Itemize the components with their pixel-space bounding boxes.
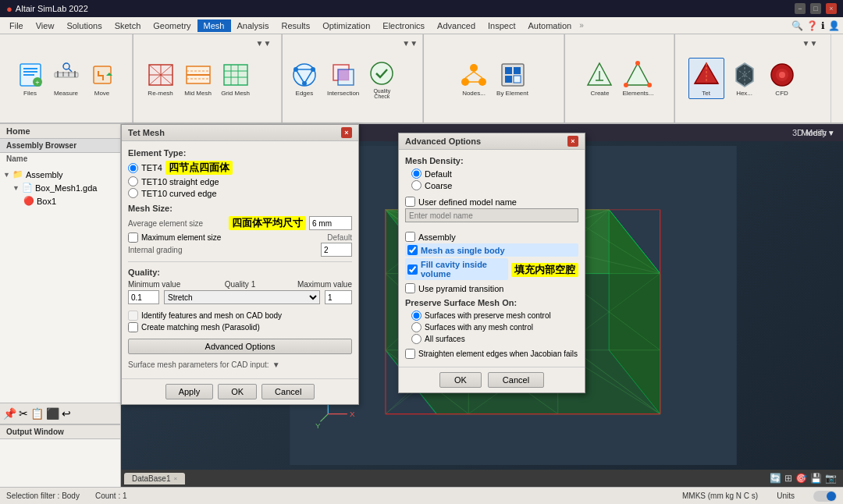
mesh3d-label[interactable]: 3D Mesh ▾ bbox=[792, 128, 834, 138]
move-btn[interactable]: Move bbox=[85, 59, 119, 98]
tet-btn[interactable]: Tet bbox=[688, 58, 724, 99]
avg-element-input[interactable] bbox=[309, 216, 352, 230]
create-btn[interactable]: Create bbox=[582, 59, 617, 98]
cfd-btn[interactable]: CFD bbox=[765, 59, 799, 98]
bt-icon1[interactable]: 📌 bbox=[3, 407, 16, 420]
tet-dialog-titlebar[interactable]: Tet Mesh × bbox=[122, 125, 358, 141]
edge-more-icon[interactable]: ▼▼ bbox=[402, 36, 418, 48]
min-quality-input[interactable] bbox=[128, 290, 159, 304]
menu-geometry[interactable]: Geometry bbox=[147, 20, 197, 32]
intersection-btn[interactable]: Intersection bbox=[325, 59, 361, 98]
tree-assembly[interactable]: ▼ 📁 Assembly bbox=[0, 168, 120, 181]
adv-ok-btn[interactable]: OK bbox=[439, 372, 482, 388]
apply-btn[interactable]: Apply bbox=[165, 384, 214, 399]
assembly-tree-icon: 📁 bbox=[12, 169, 23, 179]
minimize-btn[interactable]: − bbox=[795, 3, 806, 14]
tree-box1[interactable]: 🔴 Box1 bbox=[0, 194, 120, 208]
density-coarse-radio[interactable] bbox=[411, 180, 422, 190]
menu-electronics[interactable]: Electronics bbox=[376, 20, 431, 32]
tet4-radio[interactable] bbox=[128, 163, 138, 173]
menu-automation[interactable]: Automation bbox=[522, 20, 578, 32]
tree-boxmesh[interactable]: ▼ 📄 Box_Mesh1.gda bbox=[0, 181, 120, 194]
maximize-btn[interactable]: □ bbox=[810, 3, 821, 14]
svg-point-11 bbox=[63, 63, 69, 69]
bt-icon3[interactable]: 📋 bbox=[30, 407, 44, 420]
remesh-btn[interactable]: Re-mesh bbox=[144, 59, 178, 98]
more-menus-icon[interactable]: » bbox=[579, 21, 584, 30]
window-controls[interactable]: − □ × bbox=[795, 3, 837, 14]
menu-sketch[interactable]: Sketch bbox=[108, 20, 148, 32]
tet-more-icon[interactable]: ▼▼ bbox=[802, 36, 818, 48]
svg-point-57 bbox=[624, 83, 628, 87]
menu-solutions[interactable]: Solutions bbox=[60, 20, 108, 32]
model-name-input[interactable] bbox=[405, 208, 578, 222]
max-val-header: Maximum value bbox=[297, 280, 352, 289]
mesh-size-label: Mesh Size: bbox=[128, 204, 173, 213]
units-toggle[interactable] bbox=[813, 491, 837, 502]
nav-icon5[interactable]: 📷 bbox=[825, 473, 837, 484]
bt-icon4[interactable]: ⬛ bbox=[46, 407, 59, 420]
mesh-single-check[interactable] bbox=[407, 245, 418, 255]
edges-btn[interactable]: Edges bbox=[287, 59, 322, 98]
nav-icon2[interactable]: ⊞ bbox=[784, 473, 792, 484]
nav-icon4[interactable]: 💾 bbox=[810, 473, 822, 484]
quality-type-select[interactable]: Stretch bbox=[164, 290, 320, 304]
nav-icon3[interactable]: 🎯 bbox=[795, 473, 807, 484]
bt-icon2[interactable]: ✂ bbox=[19, 407, 28, 420]
byelement-btn[interactable]: By Element bbox=[494, 59, 531, 98]
mesh-more-icon[interactable]: ▼▼ bbox=[256, 36, 272, 48]
menu-results[interactable]: Results bbox=[275, 20, 316, 32]
max-element-check[interactable] bbox=[128, 232, 138, 243]
pyramid-check[interactable] bbox=[405, 283, 415, 293]
menu-mesh[interactable]: Mesh bbox=[197, 20, 231, 32]
measure-btn[interactable]: Measure bbox=[49, 59, 84, 98]
midmesh-label: Mid Mesh bbox=[184, 90, 212, 97]
preserve-radio1[interactable] bbox=[411, 311, 422, 321]
max-quality-input[interactable] bbox=[325, 290, 352, 304]
hex-btn[interactable]: Hex... bbox=[727, 59, 762, 98]
menu-file[interactable]: File bbox=[3, 20, 30, 32]
fill-cavity-check[interactable] bbox=[407, 264, 418, 275]
tet-cancel-btn[interactable]: Cancel bbox=[261, 384, 315, 399]
tab-close-icon[interactable]: × bbox=[173, 475, 177, 482]
units-toggle-label: Units bbox=[777, 492, 795, 500]
midmesh-btn[interactable]: Mid Mesh bbox=[181, 59, 215, 98]
nodes-btn[interactable]: Nodes... bbox=[457, 59, 491, 98]
qualitycheck-btn[interactable]: Quality Check bbox=[365, 57, 399, 101]
matching-mesh-check[interactable] bbox=[128, 322, 138, 332]
close-btn[interactable]: × bbox=[826, 3, 837, 14]
bt-icon5[interactable]: ↩ bbox=[62, 407, 71, 420]
menu-optimization[interactable]: Optimization bbox=[316, 20, 376, 32]
adv-cancel-btn[interactable]: Cancel bbox=[488, 372, 544, 388]
adv-dialog-close[interactable]: × bbox=[567, 136, 578, 147]
help-icon[interactable]: ❓ bbox=[806, 20, 818, 31]
gridmesh-btn[interactable]: Grid Mesh bbox=[219, 59, 253, 98]
density-default-radio[interactable] bbox=[411, 169, 422, 179]
adv-dialog-titlebar[interactable]: Advanced Options × bbox=[399, 133, 585, 150]
files-btn[interactable]: + Files bbox=[13, 59, 48, 98]
search-icon[interactable]: 🔍 bbox=[791, 20, 803, 31]
identify-features-check[interactable] bbox=[128, 311, 138, 321]
user-icon[interactable]: 👤 bbox=[828, 20, 840, 31]
elements-btn[interactable]: Elements... bbox=[620, 59, 656, 98]
info-icon[interactable]: ℹ bbox=[821, 20, 825, 31]
tet10-straight-radio[interactable] bbox=[128, 176, 138, 186]
straighten-check[interactable] bbox=[405, 349, 415, 359]
tet-ok-btn[interactable]: OK bbox=[218, 384, 257, 399]
internal-grading-label: Internal grading bbox=[128, 246, 318, 254]
preserve-radio2[interactable] bbox=[411, 322, 422, 332]
user-model-check[interactable] bbox=[405, 197, 415, 207]
database1-tab[interactable]: DataBase1 × bbox=[124, 473, 185, 484]
menu-inspect[interactable]: Inspect bbox=[482, 20, 521, 32]
assembly-check[interactable] bbox=[405, 232, 415, 242]
surface-mesh-arrow[interactable]: ▼ bbox=[272, 360, 280, 369]
advanced-options-btn[interactable]: Advanced Options bbox=[128, 339, 352, 354]
menu-analysis[interactable]: Analysis bbox=[231, 20, 276, 32]
preserve-radio3[interactable] bbox=[411, 334, 422, 344]
tet-dialog-close[interactable]: × bbox=[341, 127, 352, 138]
tet10-curved-radio[interactable] bbox=[128, 188, 138, 198]
nav-icon1[interactable]: 🔄 bbox=[770, 473, 781, 484]
menu-view[interactable]: View bbox=[30, 20, 61, 32]
internal-grading-input[interactable] bbox=[321, 243, 352, 257]
menu-advanced[interactable]: Advanced bbox=[431, 20, 482, 32]
